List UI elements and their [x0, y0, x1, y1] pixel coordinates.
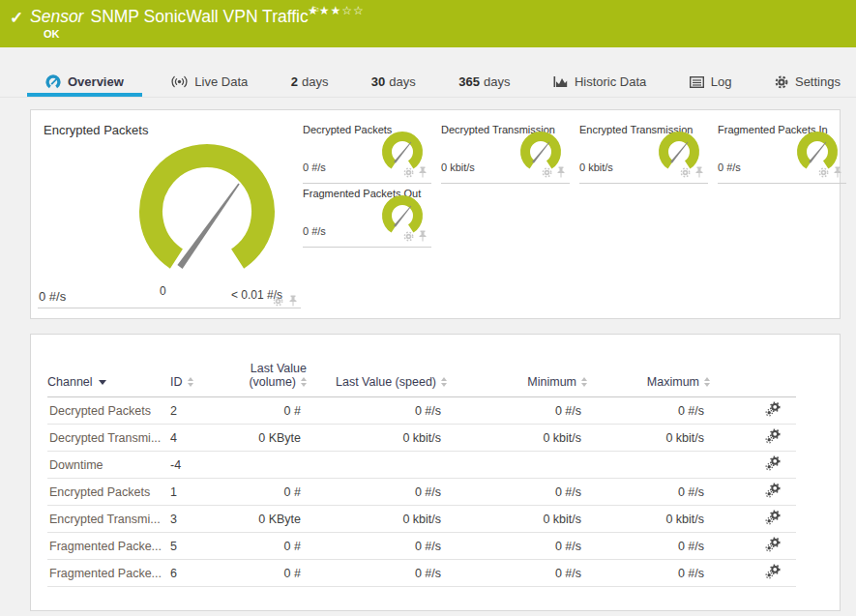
gear-icon — [775, 75, 788, 89]
sensor-type-label: Sensor — [30, 7, 83, 26]
last-value-volume: 0 # — [238, 540, 310, 553]
gauge-value: 0 kbit/s — [579, 161, 613, 173]
tab-label: days — [484, 74, 510, 89]
sensor-name: SNMP SonicWall VPN Traffic — [90, 7, 308, 26]
tab-log[interactable]: Log — [676, 47, 746, 97]
column-header-last-value-volume[interactable]: Last Value (volume) — [238, 362, 310, 389]
channel-id: -4 — [170, 458, 238, 472]
gauge-needle — [177, 184, 239, 269]
channel-link[interactable]: Decrypted Packets — [47, 404, 170, 418]
tab-label: Historic Data — [575, 74, 646, 89]
minimum-value: 0 #/s — [451, 540, 591, 553]
channel-id: 6 — [170, 567, 238, 580]
last-value-speed: 0 kbit/s — [310, 431, 451, 445]
channel-settings-icon[interactable] — [714, 537, 796, 555]
channel-link[interactable]: Downtime — [47, 458, 170, 472]
minimum-value: 0 #/s — [451, 567, 591, 580]
channel-gear-icon[interactable] — [542, 164, 552, 182]
gauge-icon — [45, 74, 61, 89]
channel-link[interactable]: Fragmented Packe... — [47, 567, 170, 580]
priority-stars[interactable]: ★★★☆☆ — [308, 4, 365, 17]
tab-live-data[interactable]: Live Data — [158, 47, 261, 97]
tab-label: Settings — [795, 74, 841, 89]
last-value-speed: 0 #/s — [310, 485, 451, 499]
historic-chart-icon — [553, 75, 568, 88]
gauge-value: 0 kbit/s — [441, 161, 475, 173]
column-header-last-value-speed[interactable]: Last Value (speed) — [310, 375, 451, 389]
table-row: Decrypted Transmi... 4 0 KByte 0 kbit/s … — [47, 425, 796, 452]
active-tab-underline — [27, 93, 142, 97]
gauge-value: 0 #/s — [303, 225, 326, 237]
table-row: Downtime -4 — [47, 452, 796, 479]
tab-label: days — [302, 74, 328, 89]
gauge-cell-decrypted-packets: Decrypted Packets 0 #/s — [303, 122, 431, 184]
table-row: Encrypted Packets 1 0 # 0 #/s 0 #/s 0 #/… — [47, 479, 796, 506]
column-header-minimum[interactable]: Minimum — [451, 375, 591, 389]
tab-historic-data[interactable]: Historic Data — [540, 47, 660, 97]
pin-icon[interactable] — [418, 164, 428, 182]
channel-settings-icon[interactable] — [714, 564, 796, 582]
channel-gear-icon[interactable] — [818, 164, 829, 182]
channel-id: 1 — [170, 485, 238, 499]
column-header-id[interactable]: ID — [170, 375, 238, 389]
column-header-channel[interactable]: Channel — [47, 375, 170, 389]
last-value-volume: 0 KByte — [238, 513, 310, 526]
channel-settings-icon[interactable] — [714, 455, 796, 474]
tab-number: 365 — [458, 74, 480, 89]
page-title: SensorSNMP SonicWall VPN Traffic⚐ — [30, 7, 320, 27]
maximum-value: 0 #/s — [591, 567, 714, 580]
maximum-value: 0 #/s — [591, 485, 714, 499]
channel-id: 4 — [170, 431, 238, 445]
tab-2-days[interactable]: 2 days — [278, 47, 342, 97]
sort-icon — [301, 377, 307, 387]
gauge-cell-decrypted-transmission: Decrypted Transmission 0 kbit/s — [441, 122, 570, 184]
sort-icon — [704, 377, 710, 387]
channel-id: 5 — [170, 540, 238, 553]
gauge-cell-fragmented-packets-out: Fragmented Packets Out 0 #/s — [303, 186, 431, 248]
channel-gear-icon[interactable] — [403, 228, 414, 246]
tab-overview[interactable]: Overview — [27, 47, 142, 97]
maximum-value: 0 kbit/s — [591, 513, 714, 526]
tab-number: 2 — [291, 74, 298, 89]
channel-link[interactable]: Fragmented Packe... — [47, 540, 170, 553]
channel-settings-icon[interactable] — [714, 510, 796, 528]
divider — [38, 308, 301, 308]
column-header-maximum[interactable]: Maximum — [591, 375, 714, 389]
table-row: Fragmented Packe... 5 0 # 0 #/s 0 #/s 0 … — [47, 533, 796, 560]
pin-icon[interactable] — [556, 164, 566, 182]
channel-settings-icon[interactable] — [714, 428, 796, 447]
tab-365-days[interactable]: 365 days — [445, 47, 523, 97]
minimum-value: 0 #/s — [451, 485, 591, 499]
sensor-status-bar: ✓ SensorSNMP SonicWall VPN Traffic⚐ ★★★☆… — [0, 0, 856, 47]
gauge-cell-encrypted-transmission: Encrypted Transmission 0 kbit/s — [579, 122, 708, 184]
table-row: Decrypted Packets 2 0 # 0 #/s 0 #/s 0 #/… — [47, 397, 796, 425]
minimum-value: 0 #/s — [451, 404, 591, 418]
tab-settings[interactable]: Settings — [761, 47, 854, 97]
tab-label: Log — [711, 74, 732, 89]
channel-id: 3 — [170, 513, 238, 526]
tab-30-days[interactable]: 30 days — [358, 47, 429, 97]
last-value-volume: 0 # — [238, 485, 310, 499]
channel-table: Channel ID Last Value (volume) Last Valu… — [47, 350, 796, 587]
channel-table-panel: Channel ID Last Value (volume) Last Valu… — [30, 334, 841, 611]
last-value-speed: 0 #/s — [310, 404, 451, 418]
channel-settings-icon[interactable] — [714, 401, 796, 420]
table-header-row: Channel ID Last Value (volume) Last Valu… — [47, 350, 796, 397]
channel-link[interactable]: Decrypted Transmi... — [47, 431, 170, 445]
channel-settings-icon[interactable] — [714, 483, 796, 501]
tab-number: 30 — [371, 74, 385, 89]
channel-gear-icon[interactable] — [403, 164, 414, 182]
table-row: Fragmented Packe... 6 0 # 0 #/s 0 #/s 0 … — [47, 560, 796, 587]
tab-label: Overview — [68, 74, 124, 89]
channel-link[interactable]: Encrypted Transmi... — [47, 513, 170, 526]
tab-label: days — [389, 74, 415, 89]
pin-icon[interactable] — [694, 164, 704, 182]
sort-desc-icon — [99, 380, 106, 385]
gauges-panel: Encrypted Packets 0 < 0.01 #/s 0 #/s Dec… — [30, 109, 841, 319]
last-value-speed: 0 kbit/s — [310, 513, 451, 526]
channel-gear-icon[interactable] — [680, 164, 691, 182]
status-badge: OK — [44, 28, 60, 40]
channel-link[interactable]: Encrypted Packets — [47, 485, 170, 499]
pin-icon[interactable] — [833, 164, 842, 182]
pin-icon[interactable] — [418, 228, 428, 246]
